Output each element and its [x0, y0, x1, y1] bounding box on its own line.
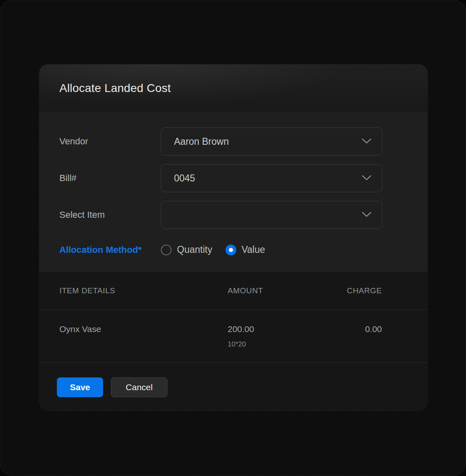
radio-value-label: Value — [242, 244, 265, 255]
page-background: Allocate Landed Cost Vendor Aaron Brown … — [0, 0, 466, 476]
form-row-allocation-method: Allocation Method* Quantity Value — [59, 244, 428, 255]
vendor-select[interactable]: Aaron Brown — [161, 127, 382, 156]
radio-option-value[interactable]: Value — [226, 244, 265, 255]
radio-unselected-icon[interactable] — [161, 245, 172, 255]
charge-cell: 0.00 — [287, 324, 382, 334]
column-header-amount: AMOUNT — [228, 286, 287, 295]
save-button[interactable]: Save — [57, 377, 103, 397]
dialog-title: Allocate Landed Cost — [59, 82, 171, 95]
chevron-down-icon — [362, 211, 371, 219]
item-select[interactable] — [161, 201, 382, 229]
select-item-label: Select Item — [59, 210, 161, 220]
amount-value: 200.00 — [228, 324, 287, 334]
column-header-item-details: ITEM DETAILS — [59, 286, 228, 295]
item-name-cell: Oynx Vase — [59, 324, 228, 334]
chevron-down-icon — [362, 174, 371, 182]
bill-label: Bill# — [59, 173, 161, 184]
form-row-bill: Bill# 0045 — [59, 164, 428, 192]
dialog-footer: Save Cancel — [39, 362, 428, 411]
vendor-select-value: Aaron Brown — [174, 136, 229, 147]
radio-quantity-label: Quantity — [177, 244, 212, 255]
form-row-select-item: Select Item — [59, 201, 428, 229]
allocation-method-label: Allocation Method* — [59, 245, 161, 255]
radio-selected-icon[interactable] — [226, 245, 236, 255]
vendor-label: Vendor — [59, 136, 161, 147]
table-row: Oynx Vase 200.00 10*20 0.00 — [39, 310, 428, 362]
allocate-landed-cost-dialog: Allocate Landed Cost Vendor Aaron Brown … — [39, 64, 428, 411]
chevron-down-icon — [362, 138, 371, 145]
bill-select[interactable]: 0045 — [161, 164, 382, 192]
radio-option-quantity[interactable]: Quantity — [161, 244, 212, 255]
amount-cell: 200.00 10*20 — [228, 324, 287, 349]
dialog-header: Allocate Landed Cost — [39, 64, 428, 112]
dialog-form: Vendor Aaron Brown Bill# 0045 — [39, 112, 428, 272]
amount-detail: 10*20 — [228, 340, 287, 349]
cancel-button[interactable]: Cancel — [111, 377, 167, 397]
column-header-charge: CHARGE — [287, 286, 382, 295]
items-table-header: ITEM DETAILS AMOUNT CHARGE — [39, 272, 428, 310]
form-row-vendor: Vendor Aaron Brown — [59, 127, 428, 156]
bill-select-value: 0045 — [174, 173, 195, 184]
